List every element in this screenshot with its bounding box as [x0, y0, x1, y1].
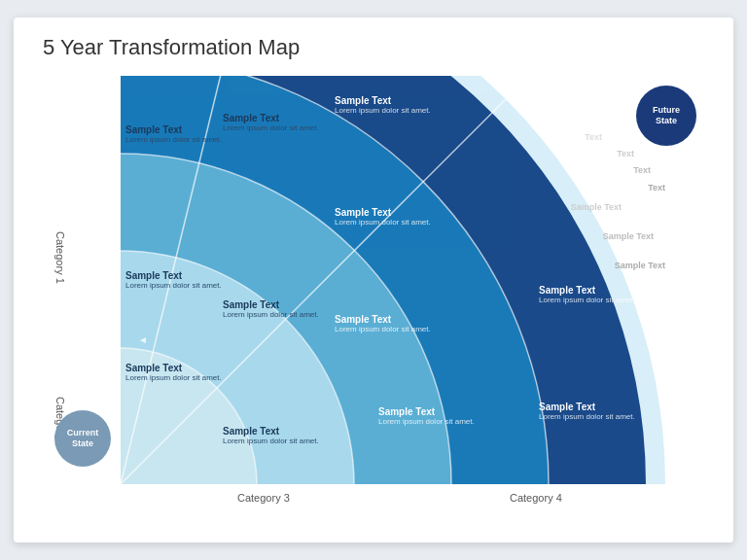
- sector-text-6: Sample Text Lorem ipsum dolor sit amet.: [223, 299, 319, 320]
- right-label-1: Text: [585, 132, 602, 142]
- sector-text-10: Sample Text Lorem ipsum dolor sit amet.: [378, 406, 475, 427]
- svg-text:Category 4: Category 4: [510, 492, 562, 504]
- slide: 5 Year Transformation Map: [14, 18, 733, 542]
- sector-text-1: Sample Text Lorem ipsum dolor sit amet.: [125, 124, 222, 145]
- sector-text-8: Sample Text Lorem ipsum dolor sit amet.: [125, 363, 222, 383]
- right-label-7: Sample Text: [615, 261, 665, 270]
- svg-text:◄: ◄: [138, 334, 148, 345]
- future-state-badge: Future State: [636, 86, 696, 146]
- chart-area: ◄ Category 1 Category 2 Category 3 Categ…: [33, 76, 714, 504]
- sector-text-4: Sample Text Lorem ipsum dolor sit amet.: [335, 95, 431, 116]
- svg-text:Category 3: Category 3: [237, 492, 290, 504]
- sector-text-5: Sample Text Lorem ipsum dolor sit amet.: [335, 207, 431, 228]
- sector-text-2: Sample Text Lorem ipsum dolor sit amet.: [125, 270, 222, 291]
- right-label-5: Sample Text: [571, 202, 622, 212]
- current-state-badge: Current State: [54, 410, 111, 467]
- page-title: 5 Year Transformation Map: [43, 35, 300, 60]
- sector-text-11: Sample Text Lorem ipsum dolor sit amet.: [539, 285, 635, 305]
- right-label-3: Text: [633, 165, 651, 175]
- right-label-4: Text: [648, 183, 665, 192]
- svg-text:Category 1: Category 1: [54, 231, 66, 284]
- right-label-6: Sample Text: [603, 231, 654, 241]
- sector-text-9: Sample Text Lorem ipsum dolor sit amet.: [223, 426, 319, 446]
- sector-text-7: Sample Text Lorem ipsum dolor sit amet.: [335, 314, 431, 334]
- right-label-2: Text: [617, 149, 634, 158]
- sector-text-3: Sample Text Lorem ipsum dolor sit amet.: [223, 113, 319, 133]
- sector-text-12: Sample Text Lorem ipsum dolor sit amet.: [539, 402, 635, 422]
